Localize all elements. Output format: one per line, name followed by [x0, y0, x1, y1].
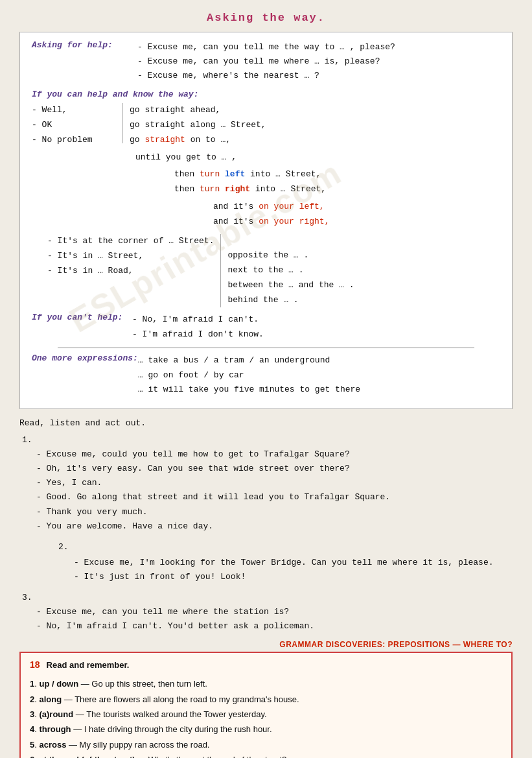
dialogue-1-lines: - Excuse me, could you tell me how to ge…: [19, 447, 513, 534]
d1-l5: - Thank you very much.: [31, 505, 513, 519]
no-problem-line: - No problem: [32, 133, 116, 148]
grammar-item-1: 1. up / down — Go up this street, then t…: [30, 676, 502, 691]
d2-l2: - It's just in front of you! Look!: [74, 570, 513, 584]
its-in1-line: - It's in … Street,: [47, 249, 214, 264]
starter-words: - Well, - OK - No problem: [32, 103, 116, 147]
its-left-col: - It's at the corner of … Street. - It's…: [47, 234, 214, 307]
well-line: - Well,: [32, 103, 116, 118]
grammar-read-label: Read and remember.: [47, 660, 130, 670]
d3-l1: - Excuse me, can you tell me where the s…: [31, 605, 513, 619]
on-your-right-line: and it's on your right,: [32, 215, 500, 230]
dialogue-1: 1. - Excuse me, could you tell me how to…: [19, 433, 513, 534]
its-at-line: - It's at the corner of … Street.: [47, 234, 214, 249]
directions-grid: - Well, - OK - No problem go straight ah…: [32, 103, 500, 147]
cant-help-content: - No, I'm afraid I can't. - I'm afraid I…: [132, 313, 500, 342]
dialogue-1-num: 1.: [19, 433, 513, 447]
page-title: Asking the way.: [19, 12, 513, 24]
read-listen-label: Read, listen and act out.: [19, 418, 513, 428]
straight-word: straight: [145, 135, 185, 145]
cant-line-2: - I'm afraid I don't know.: [132, 327, 500, 342]
asking-for-help-content: - Excuse me, can you tell me the way to …: [132, 40, 500, 83]
opp-line: opposite the … .: [227, 248, 354, 263]
turn-left-line: then turn left into … Street,: [32, 167, 500, 182]
d1-l3: - Yes, I can.: [31, 476, 513, 490]
d2-l1: - Excuse me, I'm looking for the Tower B…: [74, 556, 513, 570]
asking-for-help-label: Asking for help:: [32, 40, 132, 50]
dialogue-3-lines: - Excuse me, can you tell me where the s…: [19, 605, 513, 634]
between-line: between the … and the … .: [227, 278, 354, 293]
one-more-line-2: … go on foot / by car: [138, 368, 500, 383]
dir-line-2: go straight along … Street,: [130, 118, 266, 133]
cant-help-label: If you can't help:: [32, 313, 132, 322]
vertical-divider: [122, 103, 123, 143]
grammar-item-3: 3. (a)round — The tourists walked around…: [30, 707, 502, 722]
dialogue-3: 3. - Excuse me, can you tell me where th…: [19, 591, 513, 634]
d1-l6: - You are welcome. Have a nice day.: [31, 519, 513, 534]
d1-l2: - Oh, it's very easy. Can you see that w…: [31, 462, 513, 476]
grammar-title-row: 18 Read and remember.: [30, 659, 502, 674]
ok-line: - OK: [32, 118, 116, 133]
dialogue-3-num: 3.: [19, 591, 513, 605]
if-know-label: If you can help and know the way:: [32, 89, 500, 99]
one-more-line-3: … it will take you five minutes to get t…: [138, 383, 500, 397]
next-line: next to the … .: [227, 263, 354, 278]
asking-line-2: - Excuse me, can you tell me where … is,…: [137, 54, 500, 69]
cant-line-1: - No, I'm afraid I can't.: [132, 313, 500, 327]
grammar-item-4: 4. through — I hate driving through the …: [30, 722, 502, 737]
on-your-left-line: and it's on your left,: [32, 200, 500, 215]
grammar-section: GRAMMAR DISCOVERIES: PREPOSITIONS — WHER…: [19, 640, 513, 758]
grammar-item-6: 6. at the end (of the street) — What's t…: [30, 752, 502, 758]
its-in2-line: - It's in … Road,: [47, 264, 214, 279]
dialogue-2: 2. - Excuse me, I'm looking for the Towe…: [19, 540, 513, 584]
grammar-list: 1. up / down — Go up this street, then t…: [30, 676, 502, 758]
one-more-content: … take a bus / a tram / an underground ……: [138, 353, 500, 397]
separator: [58, 348, 474, 348]
grammar-item-5: 5. across — My silly puppy ran across th…: [30, 737, 502, 752]
its-right-col: opposite the … . next to the … . between…: [227, 234, 354, 307]
d1-l4: - Good. Go along that street and it will…: [31, 490, 513, 504]
grammar-item-2: 2. along — There are flowers all along t…: [30, 692, 502, 707]
dir-line-1: go straight ahead,: [130, 103, 266, 118]
one-more-line-1: … take a bus / a tram / an underground: [138, 353, 500, 368]
behind-line: behind the … .: [227, 293, 354, 308]
asking-line-1: - Excuse me, can you tell me the way to …: [137, 40, 500, 54]
its-location-section: - It's at the corner of … Street. - It's…: [32, 234, 500, 307]
grammar-header: GRAMMAR DISCOVERIES: PREPOSITIONS — WHER…: [19, 640, 513, 649]
dialogue-2-lines: - Excuse me, I'm looking for the Tower B…: [58, 556, 513, 584]
grammar-number: 18: [30, 659, 40, 670]
turn-right-line: then turn right into … Street,: [32, 182, 500, 197]
until-line: until you get to … ,: [32, 150, 500, 165]
direction-phrases: go straight ahead, go straight along … S…: [130, 103, 266, 147]
one-more-label: One more expressions:: [32, 353, 138, 363]
main-content-box: Asking for help: - Excuse me, can you te…: [19, 32, 513, 409]
dialogue-2-num: 2.: [58, 540, 513, 554]
dir-line-3: go straight on to …,: [130, 133, 266, 148]
d3-l2: - No, I'm afraid I can't. You'd better a…: [31, 619, 513, 634]
asking-for-help-section: Asking for help: - Excuse me, can you te…: [32, 40, 500, 83]
grammar-box: 18 Read and remember. 1. up / down — Go …: [19, 652, 513, 758]
one-more-section: One more expressions: … take a bus / a t…: [32, 353, 500, 397]
cant-help-section: If you can't help: - No, I'm afraid I ca…: [32, 313, 500, 342]
vertical-divider-2: [220, 234, 221, 307]
d1-l1: - Excuse me, could you tell me how to ge…: [31, 447, 513, 462]
asking-line-3: - Excuse me, where's the nearest … ?: [137, 69, 500, 83]
